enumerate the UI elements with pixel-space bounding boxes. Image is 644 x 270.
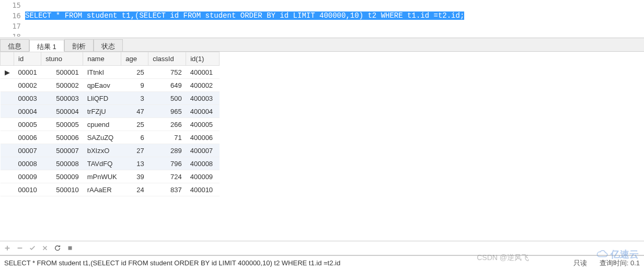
cell-name[interactable]: rAAaER <box>83 183 121 196</box>
cell-name[interactable]: qpEaov <box>83 79 121 92</box>
cell-stuno[interactable]: 500007 <box>41 144 83 157</box>
cell-classid[interactable]: 752 <box>148 66 186 79</box>
table-row[interactable]: 00003500003LliQFD3500400003 <box>1 92 220 105</box>
cell-name[interactable]: ITtnkI <box>83 66 121 79</box>
cell-name[interactable]: bXIzxO <box>83 144 121 157</box>
cell-id[interactable]: 00010 <box>14 183 41 196</box>
tab-status[interactable]: 状态 <box>94 39 123 51</box>
cell-stuno[interactable]: 500001 <box>41 66 83 79</box>
cell-name[interactable]: mPnWUK <box>83 170 121 183</box>
cell-age[interactable]: 9 <box>121 79 148 92</box>
cell-id[interactable]: 00003 <box>14 92 41 105</box>
tab-result-1[interactable]: 结果 1 <box>29 40 64 52</box>
column-header-classid[interactable]: classId <box>148 52 186 66</box>
table-row[interactable]: 00002500002qpEaov9649400002 <box>1 79 220 92</box>
table-row[interactable]: 00007500007bXIzxO27289400007 <box>1 144 220 157</box>
delete-row-button[interactable] <box>16 244 24 252</box>
tab-profile[interactable]: 剖析 <box>64 39 94 51</box>
marker-col <box>1 52 14 66</box>
status-sql-text: SELECT * FROM student t1,(SELECT id FROM… <box>4 259 573 267</box>
cell-stuno[interactable]: 500004 <box>41 105 83 118</box>
cell-id1[interactable]: 400003 <box>186 92 220 105</box>
cell-age[interactable]: 25 <box>121 66 148 79</box>
status-query-time: 查询时间: 0.1 <box>600 259 640 268</box>
row-marker <box>1 79 14 92</box>
cell-id1[interactable]: 400005 <box>186 118 220 131</box>
cell-classid[interactable]: 724 <box>148 170 186 183</box>
cell-id[interactable]: 00009 <box>14 170 41 183</box>
line-number: 17 <box>0 21 25 31</box>
cell-age[interactable]: 47 <box>121 105 148 118</box>
cell-id[interactable]: 00002 <box>14 79 41 92</box>
table-row[interactable]: ▶00001500001ITtnkI25752400001 <box>1 66 220 79</box>
cell-age[interactable]: 3 <box>121 92 148 105</box>
column-header-id1[interactable]: id(1) <box>186 52 220 66</box>
cell-id[interactable]: 00005 <box>14 118 41 131</box>
cell-age[interactable]: 13 <box>121 157 148 170</box>
refresh-button[interactable] <box>53 244 62 252</box>
cell-id[interactable]: 00006 <box>14 131 41 144</box>
cell-id1[interactable]: 400004 <box>186 105 220 118</box>
cell-name[interactable]: trFZjU <box>83 105 121 118</box>
cell-stuno[interactable]: 500010 <box>41 183 83 196</box>
cell-id1[interactable]: 400001 <box>186 66 220 79</box>
stop-button[interactable] <box>66 244 74 252</box>
table-row[interactable]: 00005500005cpuend25266400005 <box>1 118 220 131</box>
table-row[interactable]: 00008500008TAVdFQ13796400008 <box>1 157 220 170</box>
cell-name[interactable]: cpuend <box>83 118 121 131</box>
cell-id[interactable]: 00008 <box>14 157 41 170</box>
cell-stuno[interactable]: 500005 <box>41 118 83 131</box>
cell-stuno[interactable]: 500003 <box>41 92 83 105</box>
apply-button[interactable] <box>28 244 37 252</box>
cell-name[interactable]: SAZuZQ <box>83 131 121 144</box>
cell-classid[interactable]: 796 <box>148 157 186 170</box>
cell-classid[interactable]: 289 <box>148 144 186 157</box>
cell-id[interactable]: 00007 <box>14 144 41 157</box>
table-row[interactable]: 00004500004trFZjU47965400004 <box>1 105 220 118</box>
result-tabs: 信息 结果 1 剖析 状态 <box>0 38 644 52</box>
table-row[interactable]: 00009500009mPnWUK39724400009 <box>1 170 220 183</box>
cell-classid[interactable]: 649 <box>148 79 186 92</box>
cell-name[interactable]: TAVdFQ <box>83 157 121 170</box>
cell-stuno[interactable]: 500006 <box>41 131 83 144</box>
column-header-age[interactable]: age <box>121 52 148 66</box>
table-row[interactable]: 00010500010rAAaER24837400010 <box>1 183 220 196</box>
table-row[interactable]: 00006500006SAZuZQ671400006 <box>1 131 220 144</box>
cell-stuno[interactable]: 500009 <box>41 170 83 183</box>
cell-id1[interactable]: 400010 <box>186 183 220 196</box>
cell-id1[interactable]: 400008 <box>186 157 220 170</box>
sql-line-16[interactable]: SELECT * FROM student t1,(SELECT id FROM… <box>25 10 644 21</box>
add-row-button[interactable] <box>3 244 12 252</box>
cell-age[interactable]: 27 <box>121 144 148 157</box>
cell-id1[interactable]: 400009 <box>186 170 220 183</box>
row-marker <box>1 131 14 144</box>
cell-name[interactable]: LliQFD <box>83 92 121 105</box>
cell-age[interactable]: 6 <box>121 131 148 144</box>
cell-classid[interactable]: 266 <box>148 118 186 131</box>
cell-id1[interactable]: 400006 <box>186 131 220 144</box>
cell-stuno[interactable]: 500002 <box>41 79 83 92</box>
cell-id1[interactable]: 400007 <box>186 144 220 157</box>
column-header-name[interactable]: name <box>83 52 121 66</box>
line-number: 16 <box>0 10 25 21</box>
cell-age[interactable]: 25 <box>121 118 148 131</box>
row-marker <box>1 92 14 105</box>
row-marker <box>1 144 14 157</box>
cell-id[interactable]: 00004 <box>14 105 41 118</box>
cell-age[interactable]: 24 <box>121 183 148 196</box>
cell-stuno[interactable]: 500008 <box>41 157 83 170</box>
line-number: 18 <box>0 31 25 37</box>
cell-classid[interactable]: 837 <box>148 183 186 196</box>
cell-classid[interactable]: 965 <box>148 105 186 118</box>
cell-classid[interactable]: 71 <box>148 131 186 144</box>
column-header-stuno[interactable]: stuno <box>41 52 83 66</box>
result-grid[interactable]: id stuno name age classId id(1) ▶0000150… <box>0 52 220 196</box>
cell-id1[interactable]: 400002 <box>186 79 220 92</box>
cell-age[interactable]: 39 <box>121 170 148 183</box>
cancel-button[interactable] <box>41 244 49 252</box>
tab-info[interactable]: 信息 <box>0 39 29 51</box>
cell-classid[interactable]: 500 <box>148 92 186 105</box>
sql-editor[interactable]: 15 16 SELECT * FROM student t1,(SELECT i… <box>0 0 644 37</box>
cell-id[interactable]: 00001 <box>14 66 41 79</box>
column-header-id[interactable]: id <box>14 52 41 66</box>
